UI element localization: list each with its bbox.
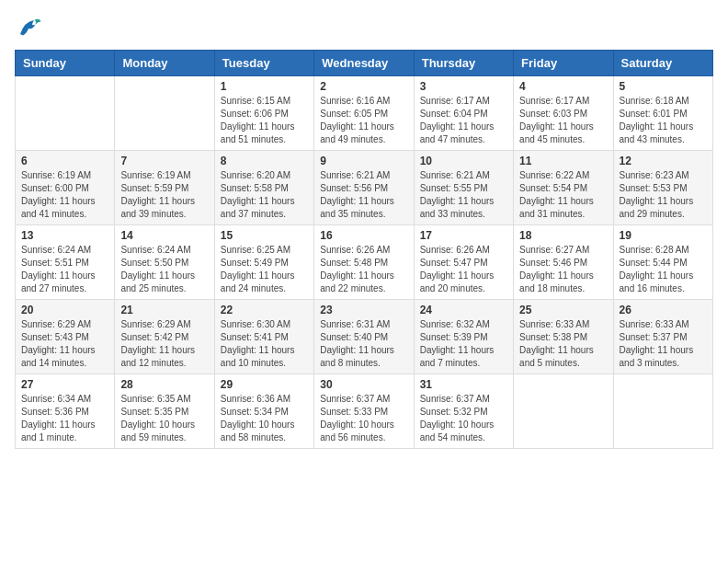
calendar-cell: 23Sunrise: 6:31 AMSunset: 5:40 PMDayligh… [314,300,414,374]
calendar-cell: 11Sunrise: 6:22 AMSunset: 5:54 PMDayligh… [514,151,613,225]
day-detail: Sunrise: 6:21 AMSunset: 5:56 PMDaylight:… [320,169,407,221]
day-detail: Sunrise: 6:37 AMSunset: 5:32 PMDaylight:… [420,393,507,444]
day-detail: Sunrise: 6:22 AMSunset: 5:54 PMDaylight:… [519,169,607,221]
day-number: 15 [221,229,308,242]
day-detail: Sunrise: 6:32 AMSunset: 5:39 PMDaylight:… [420,318,507,370]
day-detail: Sunrise: 6:37 AMSunset: 5:33 PMDaylight:… [320,393,407,444]
calendar-cell [514,374,613,449]
calendar-cell: 14Sunrise: 6:24 AMSunset: 5:50 PMDayligh… [115,225,214,300]
logo [15,15,46,42]
day-detail: Sunrise: 6:19 AMSunset: 6:00 PMDaylight:… [21,169,108,221]
calendar-cell: 4Sunrise: 6:17 AMSunset: 6:03 PMDaylight… [514,76,613,151]
day-detail: Sunrise: 6:33 AMSunset: 5:38 PMDaylight:… [519,318,607,370]
header [15,15,713,42]
calendar-cell: 16Sunrise: 6:26 AMSunset: 5:48 PMDayligh… [314,225,414,300]
day-number: 28 [120,378,208,391]
day-number: 22 [221,304,308,316]
day-number: 1 [221,80,308,93]
calendar-cell: 24Sunrise: 6:32 AMSunset: 5:39 PMDayligh… [414,300,513,374]
calendar-week-row: 20Sunrise: 6:29 AMSunset: 5:43 PMDayligh… [16,300,713,374]
calendar-cell: 8Sunrise: 6:20 AMSunset: 5:58 PMDaylight… [214,151,313,225]
day-number: 24 [420,304,507,316]
day-detail: Sunrise: 6:34 AMSunset: 5:36 PMDaylight:… [21,393,108,444]
day-detail: Sunrise: 6:31 AMSunset: 5:40 PMDaylight:… [320,318,407,370]
calendar-cell: 9Sunrise: 6:21 AMSunset: 5:56 PMDaylight… [314,151,414,225]
day-number: 26 [620,304,707,316]
calendar-cell: 10Sunrise: 6:21 AMSunset: 5:55 PMDayligh… [414,151,513,225]
calendar-cell: 28Sunrise: 6:35 AMSunset: 5:35 PMDayligh… [115,374,214,449]
day-number: 20 [21,304,108,316]
day-detail: Sunrise: 6:33 AMSunset: 5:37 PMDaylight:… [620,318,707,370]
day-number: 13 [21,229,108,242]
day-number: 8 [221,155,308,167]
calendar-cell: 19Sunrise: 6:28 AMSunset: 5:44 PMDayligh… [613,225,712,300]
day-detail: Sunrise: 6:19 AMSunset: 5:59 PMDaylight:… [120,169,208,221]
calendar-day-header: Thursday [414,51,513,76]
calendar-cell: 17Sunrise: 6:26 AMSunset: 5:47 PMDayligh… [414,225,513,300]
day-number: 29 [221,378,308,391]
day-number: 27 [21,378,108,391]
day-number: 30 [320,378,407,391]
calendar-week-row: 27Sunrise: 6:34 AMSunset: 5:36 PMDayligh… [16,374,713,449]
day-number: 16 [320,229,407,242]
calendar-day-header: Sunday [16,51,115,76]
day-number: 31 [420,378,507,391]
day-detail: Sunrise: 6:35 AMSunset: 5:35 PMDaylight:… [120,393,208,444]
calendar-day-header: Friday [514,51,613,76]
calendar-cell: 22Sunrise: 6:30 AMSunset: 5:41 PMDayligh… [214,300,313,374]
day-number: 18 [519,229,607,242]
day-number: 7 [120,155,208,167]
day-number: 4 [519,80,607,93]
day-detail: Sunrise: 6:18 AMSunset: 6:01 PMDaylight:… [620,95,707,146]
calendar-week-row: 13Sunrise: 6:24 AMSunset: 5:51 PMDayligh… [16,225,713,300]
calendar-cell: 7Sunrise: 6:19 AMSunset: 5:59 PMDaylight… [115,151,214,225]
day-number: 19 [620,229,707,242]
day-detail: Sunrise: 6:24 AMSunset: 5:51 PMDaylight:… [21,244,108,295]
day-detail: Sunrise: 6:26 AMSunset: 5:48 PMDaylight:… [320,244,407,295]
calendar-cell: 30Sunrise: 6:37 AMSunset: 5:33 PMDayligh… [314,374,414,449]
calendar-day-header: Monday [115,51,214,76]
calendar-cell: 2Sunrise: 6:16 AMSunset: 6:05 PMDaylight… [314,76,414,151]
calendar-cell: 25Sunrise: 6:33 AMSunset: 5:38 PMDayligh… [514,300,613,374]
day-detail: Sunrise: 6:24 AMSunset: 5:50 PMDaylight:… [120,244,208,295]
day-number: 12 [620,155,707,167]
calendar-cell: 27Sunrise: 6:34 AMSunset: 5:36 PMDayligh… [16,374,115,449]
day-number: 21 [120,304,208,316]
calendar-cell: 1Sunrise: 6:15 AMSunset: 6:06 PMDaylight… [214,76,313,151]
calendar-week-row: 1Sunrise: 6:15 AMSunset: 6:06 PMDaylight… [16,76,713,151]
calendar-week-row: 6Sunrise: 6:19 AMSunset: 6:00 PMDaylight… [16,151,713,225]
day-number: 23 [320,304,407,316]
day-detail: Sunrise: 6:20 AMSunset: 5:58 PMDaylight:… [221,169,308,221]
calendar-cell: 15Sunrise: 6:25 AMSunset: 5:49 PMDayligh… [214,225,313,300]
day-detail: Sunrise: 6:15 AMSunset: 6:06 PMDaylight:… [221,95,308,146]
day-detail: Sunrise: 6:16 AMSunset: 6:05 PMDaylight:… [320,95,407,146]
calendar-cell [613,374,712,449]
logo-bird-icon [15,15,42,42]
calendar-header-row: SundayMondayTuesdayWednesdayThursdayFrid… [16,51,713,76]
calendar-cell: 31Sunrise: 6:37 AMSunset: 5:32 PMDayligh… [414,374,513,449]
calendar-cell: 29Sunrise: 6:36 AMSunset: 5:34 PMDayligh… [214,374,313,449]
calendar-cell [16,76,115,151]
day-detail: Sunrise: 6:29 AMSunset: 5:42 PMDaylight:… [120,318,208,370]
calendar-cell: 26Sunrise: 6:33 AMSunset: 5:37 PMDayligh… [613,300,712,374]
day-number: 5 [620,80,707,93]
calendar-cell: 21Sunrise: 6:29 AMSunset: 5:42 PMDayligh… [115,300,214,374]
calendar-cell: 20Sunrise: 6:29 AMSunset: 5:43 PMDayligh… [16,300,115,374]
day-number: 17 [420,229,507,242]
day-number: 6 [21,155,108,167]
calendar-cell [115,76,214,151]
calendar-day-header: Wednesday [314,51,414,76]
day-number: 25 [519,304,607,316]
day-detail: Sunrise: 6:17 AMSunset: 6:03 PMDaylight:… [519,95,607,146]
day-detail: Sunrise: 6:30 AMSunset: 5:41 PMDaylight:… [221,318,308,370]
calendar-table: SundayMondayTuesdayWednesdayThursdayFrid… [15,50,713,449]
day-detail: Sunrise: 6:36 AMSunset: 5:34 PMDaylight:… [221,393,308,444]
calendar-cell: 6Sunrise: 6:19 AMSunset: 6:00 PMDaylight… [16,151,115,225]
day-detail: Sunrise: 6:26 AMSunset: 5:47 PMDaylight:… [420,244,507,295]
day-number: 10 [420,155,507,167]
day-number: 9 [320,155,407,167]
day-number: 14 [120,229,208,242]
calendar-cell: 18Sunrise: 6:27 AMSunset: 5:46 PMDayligh… [514,225,613,300]
day-number: 2 [320,80,407,93]
day-detail: Sunrise: 6:25 AMSunset: 5:49 PMDaylight:… [221,244,308,295]
